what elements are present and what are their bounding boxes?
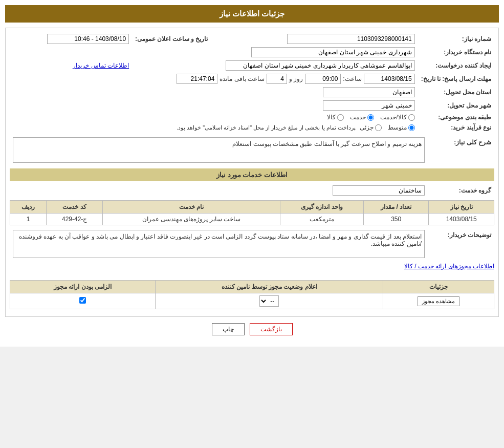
permits-col-joziat: جزئیات xyxy=(383,281,494,293)
grooh-value xyxy=(10,184,428,197)
cell-tarikh: 1403/08/15 xyxy=(429,214,494,225)
shahr-row: شهر محل تحویل: xyxy=(10,99,494,112)
farayand-radio-group: متوسط جزئی xyxy=(360,124,415,131)
shahr-input xyxy=(323,100,415,111)
radio-kala-khedmat[interactable]: کالا/خدمت xyxy=(380,114,414,121)
saat-mande-label: ساعت باقی مانده xyxy=(220,75,265,82)
mohlat-row: مهلت ارسال پاسخ: تا تاریخ: ساعت: روز و س… xyxy=(10,72,494,86)
toseeh-value: استعلام بعد از قیمت گذاری و مهر و امضا ،… xyxy=(10,228,428,260)
farayand-value: متوسط جزئی پرداخت تمام یا بخشی از مبلغ خ… xyxy=(10,122,418,133)
permits-cell-elzami xyxy=(10,293,156,309)
services-tbody: 1403/08/15 350 مترمکعب ساخت سایر پروژه‌ه… xyxy=(10,214,494,225)
ostan-label: استان محل تحویل: xyxy=(418,86,494,99)
services-table: تاریخ نیاز تعداد / مقدار واحد اندازه گیر… xyxy=(10,200,494,225)
permits-cell-joziat: مشاهده مجوز xyxy=(383,293,494,309)
eelam-select[interactable]: -- xyxy=(259,295,279,307)
tamas-link-cell: اطلاعات تماس خریدار xyxy=(10,59,132,72)
col-tedad: تعداد / مقدار xyxy=(363,201,428,214)
print-button[interactable]: چاپ xyxy=(212,323,245,335)
shahr-value xyxy=(10,99,418,112)
shomara-value xyxy=(231,32,418,46)
services-header-row: تاریخ نیاز تعداد / مقدار واحد اندازه گیر… xyxy=(10,201,494,214)
col-tarikh: تاریخ نیاز xyxy=(429,201,494,214)
grooh-table: گروه خدمت: xyxy=(10,184,494,197)
page-header: جزئیات اطلاعات نیاز xyxy=(5,5,499,23)
permits-col-elzami: الزامی بودن ارائه مجوز xyxy=(10,281,156,293)
grooh-label: گروه خدمت: xyxy=(428,184,494,197)
back-button[interactable]: بازگشت xyxy=(250,323,293,335)
cell-tedad: 350 xyxy=(363,214,428,225)
radio-kala-label: کالا xyxy=(327,114,336,121)
dastgah-input xyxy=(251,47,415,57)
farayand-note: پرداخت تمام یا بخشی از مبلغ خریدار از مح… xyxy=(177,124,356,131)
services-thead: تاریخ نیاز تعداد / مقدار واحد اندازه گیر… xyxy=(10,201,494,214)
saat-input xyxy=(305,74,341,84)
shahr-label: شهر محل تحویل: xyxy=(418,99,494,112)
radio-jozyi-input[interactable] xyxy=(375,124,382,131)
radio-kala-khedmat-input[interactable] xyxy=(408,114,415,121)
grooh-row: گروه خدمت: xyxy=(10,184,494,197)
radio-khedmat[interactable]: خدمت xyxy=(350,114,374,121)
permits-cell-eelam: -- xyxy=(156,293,383,309)
col-radif: ردیف xyxy=(10,201,47,214)
elzami-checkbox[interactable] xyxy=(79,297,86,304)
permits-col-eelam: اعلام وضعیت مجوز توسط نامین کننده xyxy=(156,281,383,293)
toseeh-table: توضیحات خریدار: استعلام بعد از قیمت گذار… xyxy=(10,228,494,260)
sharh-table: شرح کلی نیاز: هزینه ترمیم و اصلاح سرعت گ… xyxy=(10,136,494,164)
col-kod: کد خدمت xyxy=(47,201,103,214)
radio-motevaset[interactable]: متوسط xyxy=(388,124,415,131)
ijad-label: ایجاد کننده درخواست: xyxy=(418,59,494,72)
shomara-row: شماره نیاز: تاریخ و ساعت اعلان عمومی: xyxy=(10,32,494,46)
ostan-input xyxy=(323,87,415,97)
mohlat-value: ساعت: روز و ساعت باقی مانده xyxy=(10,72,418,86)
tarikh-elan-label: تاریخ و ساعت اعلان عمومی: xyxy=(132,32,211,46)
tarikh-input xyxy=(364,74,415,84)
radio-kala-khedmat-label: کالا/خدمت xyxy=(380,114,406,121)
radio-motevaset-input[interactable] xyxy=(408,124,415,131)
radio-kala[interactable]: کالا xyxy=(327,114,344,121)
deadline-container: ساعت: روز و ساعت باقی مانده xyxy=(13,74,415,84)
radio-jozyi[interactable]: جزئی xyxy=(360,124,382,131)
ijad-row: ایجاد کننده درخواست: اطلاعات تماس خریدار xyxy=(10,59,494,72)
cell-kod: ج-42-429 xyxy=(47,214,103,225)
toseeh-box: استعلام بعد از قیمت گذاری و مهر و امضا ،… xyxy=(13,230,425,258)
ostan-row: استان محل تحویل: xyxy=(10,86,494,99)
view-permit-button[interactable]: مشاهده مجوز xyxy=(418,296,459,306)
tabaqe-value: کالا/خدمت خدمت کالا xyxy=(10,112,418,122)
cell-radif: 1 xyxy=(10,214,47,225)
toseeh-text: استعلام بعد از قیمت گذاری و مهر و امضا ،… xyxy=(19,233,422,247)
ostan-value xyxy=(10,86,418,99)
mohlat-label: مهلت ارسال پاسخ: تا تاریخ: xyxy=(418,72,494,86)
roz-label: روز و xyxy=(289,75,303,82)
page-wrapper: جزئیات اطلاعات نیاز شماره نیاز: تاریخ و … xyxy=(0,0,504,347)
main-content: شماره نیاز: تاریخ و ساعت اعلان عمومی: نا… xyxy=(5,28,499,317)
permits-header-row: جزئیات اعلام وضعیت مجوز توسط نامین کننده… xyxy=(10,281,494,293)
tabaqe-row: طبقه بندی موضوعی: کالا/خدمت خدمت xyxy=(10,112,494,122)
cell-vahid: مترمکعب xyxy=(280,214,363,225)
sharh-text: هزینه ترمیم و اصلاح سرعت گیر با آسفالت ط… xyxy=(232,140,422,147)
dastgah-value xyxy=(10,46,418,59)
permits-table: جزئیات اعلام وضعیت مجوز توسط نامین کننده… xyxy=(10,280,494,309)
table-row: 1403/08/15 350 مترمکعب ساخت سایر پروژه‌ه… xyxy=(10,214,494,225)
col-name: نام خدمت xyxy=(103,201,280,214)
farayand-container: متوسط جزئی پرداخت تمام یا بخشی از مبلغ خ… xyxy=(13,124,415,131)
radio-khedmat-input[interactable] xyxy=(367,114,374,121)
shomara-label: شماره نیاز: xyxy=(418,32,494,46)
tabaqe-radio-group: کالا/خدمت خدمت کالا xyxy=(13,114,415,121)
radio-jozyi-label: جزئی xyxy=(360,124,374,131)
tamas-link[interactable]: اطلاعات تماس خریدار xyxy=(73,62,129,69)
sharh-value: هزینه ترمیم و اصلاح سرعت گیر با آسفالت ط… xyxy=(10,136,428,164)
saat-label: ساعت: xyxy=(343,75,361,82)
sharh-row: شرح کلی نیاز: هزینه ترمیم و اصلاح سرعت گ… xyxy=(10,136,494,164)
grooh-input xyxy=(333,185,425,196)
cell-name: ساخت سایر پروژه‌های مهندسی عمران xyxy=(103,214,280,225)
shomara-input xyxy=(287,34,415,44)
ijad-value xyxy=(132,59,418,72)
page-title: جزئیات اطلاعات نیاز xyxy=(220,9,284,18)
sharh-box: هزینه ترمیم و اصلاح سرعت گیر با آسفالت ط… xyxy=(13,137,425,163)
saat-mande-input xyxy=(177,74,217,84)
radio-kala-input[interactable] xyxy=(337,114,344,121)
permits-thead: جزئیات اعلام وضعیت مجوز توسط نامین کننده… xyxy=(10,281,494,293)
bottom-buttons: بازگشت چاپ xyxy=(5,323,499,335)
col-vahid: واحد اندازه گیری xyxy=(280,201,363,214)
